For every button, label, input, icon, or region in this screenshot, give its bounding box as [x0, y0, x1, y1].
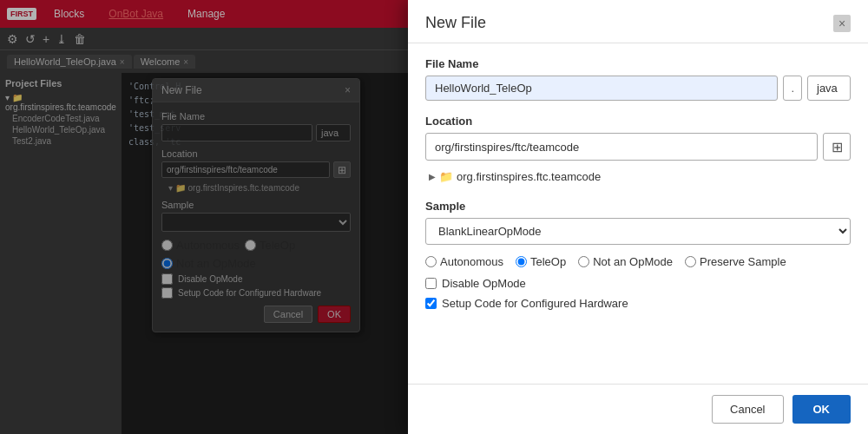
filename-dot: .	[783, 76, 802, 101]
location-input[interactable]	[425, 133, 818, 161]
sample-select[interactable]: BlankLinearOpMode BlankOpMode ConceptNul…	[425, 218, 851, 245]
backdrop	[0, 0, 408, 434]
radio-teleop-input[interactable]	[516, 256, 527, 267]
filename-row: . java	[425, 76, 851, 101]
radio-notanopmode-input[interactable]	[578, 256, 589, 267]
filename-input[interactable]	[425, 76, 778, 101]
sample-section: Sample BlankLinearOpMode BlankOpMode Con…	[425, 200, 851, 310]
main-dialog-footer: Cancel OK	[408, 384, 868, 434]
folder-icon: 📁	[439, 170, 453, 183]
radio-notanopmode[interactable]: Not an OpMode	[578, 255, 673, 268]
tree-section: ▶ 📁 org.firstinspires.ftc.teamcode	[425, 168, 851, 186]
main-dialog-title: New File	[425, 14, 486, 32]
radio-notanopmode-label: Not an OpMode	[593, 255, 673, 268]
radio-preservesample-input[interactable]	[685, 256, 696, 267]
setup-hardware-row[interactable]: Setup Code for Configured Hardware	[425, 297, 851, 310]
radio-autonomous-input[interactable]	[425, 256, 437, 267]
radio-teleop[interactable]: TeleOp	[516, 255, 566, 268]
disable-opmode-row[interactable]: Disable OpMode	[425, 277, 851, 290]
filename-section-label: File Name	[425, 57, 851, 70]
tree-arrow-icon: ▶	[429, 172, 436, 181]
tree-folder-row: ▶ 📁 org.firstinspires.ftc.teamcode	[429, 168, 851, 186]
cancel-button[interactable]: Cancel	[712, 395, 783, 424]
main-dialog-close-button[interactable]: ×	[833, 15, 851, 32]
filename-ext: java	[807, 76, 851, 101]
radio-preservesample[interactable]: Preserve Sample	[685, 255, 786, 268]
location-add-button[interactable]: ⊞	[823, 133, 851, 161]
sample-section-label: Sample	[425, 200, 851, 213]
disable-opmode-checkbox[interactable]	[425, 278, 437, 289]
disable-opmode-label: Disable OpMode	[442, 277, 526, 290]
ok-button[interactable]: OK	[792, 395, 852, 424]
radio-autonomous[interactable]: Autonomous	[425, 255, 503, 268]
setup-hardware-checkbox[interactable]	[425, 298, 437, 309]
radio-preservesample-label: Preserve Sample	[700, 255, 786, 268]
main-dialog-header: New File ×	[408, 0, 868, 43]
radio-row: Autonomous TeleOp Not an OpMode Preserve…	[425, 255, 851, 268]
location-section-label: Location	[425, 115, 851, 128]
setup-hardware-label: Setup Code for Configured Hardware	[442, 297, 628, 310]
radio-autonomous-label: Autonomous	[440, 255, 503, 268]
tree-folder-label: org.firstinspires.ftc.teamcode	[457, 170, 601, 183]
radio-teleop-label: TeleOp	[530, 255, 566, 268]
main-dialog: New File × File Name . java Location ⊞ ▶…	[408, 0, 868, 434]
location-row: ⊞	[425, 133, 851, 161]
main-dialog-body: File Name . java Location ⊞ ▶ 📁 org.firs…	[408, 43, 868, 384]
